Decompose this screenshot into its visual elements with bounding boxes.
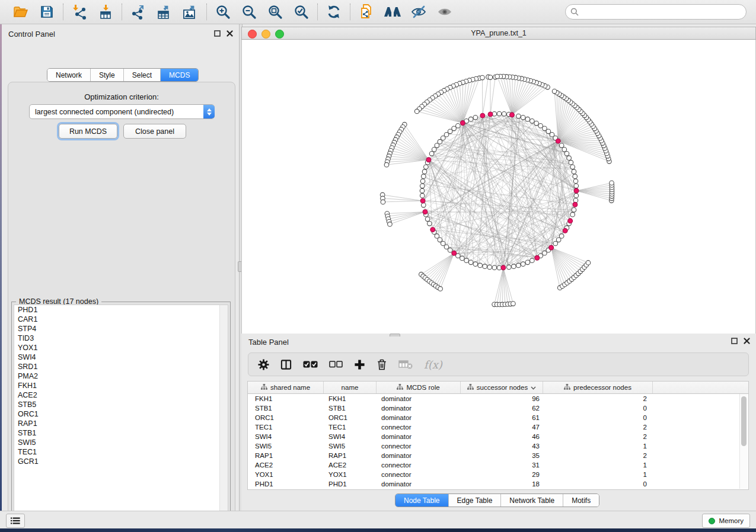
- table-cell[interactable]: dominator: [377, 405, 461, 412]
- table-row[interactable]: TEC1TEC1connector472: [248, 422, 748, 432]
- mcds-result-item[interactable]: TID3: [14, 334, 228, 343]
- run-mcds-button[interactable]: Run MCDS: [59, 124, 117, 139]
- table-scrollbar[interactable]: [739, 394, 748, 489]
- table-cell[interactable]: SWI5: [248, 443, 324, 450]
- table-cell[interactable]: 31: [461, 462, 543, 469]
- table-cell[interactable]: PHD1: [324, 480, 377, 488]
- table-cell[interactable]: dominator: [377, 414, 461, 421]
- mcds-result-item[interactable]: PMA2: [14, 371, 228, 381]
- export-table-icon[interactable]: [155, 4, 173, 20]
- table-cell[interactable]: 0: [543, 480, 653, 488]
- table-cell[interactable]: dominator: [377, 395, 461, 402]
- network-ring-nodes[interactable]: [420, 111, 578, 270]
- zoom-out-icon[interactable]: [240, 4, 258, 20]
- deselect-all-columns-icon[interactable]: [329, 361, 343, 368]
- search-box[interactable]: [565, 4, 747, 20]
- first-neighbors-icon[interactable]: [384, 4, 401, 20]
- table-row[interactable]: PHD1PHD1dominator180: [248, 479, 748, 489]
- table-cell[interactable]: FKH1: [324, 395, 377, 402]
- memory-button[interactable]: Memory: [702, 514, 750, 528]
- network-window-titlebar[interactable]: YPA_prune.txt_1: [241, 27, 756, 40]
- table-cell[interactable]: 1: [543, 462, 653, 469]
- export-network-icon[interactable]: [129, 4, 147, 20]
- criterion-dropdown[interactable]: largest connected component (undirected): [29, 104, 215, 119]
- mcds-result-item[interactable]: RAP1: [14, 419, 228, 428]
- table-row[interactable]: SWI4SWI4dominator462: [248, 432, 748, 441]
- mcds-result-item[interactable]: GCR1: [14, 457, 228, 466]
- mcds-result-item[interactable]: TEC1: [14, 447, 228, 457]
- delete-column-icon[interactable]: [377, 358, 387, 371]
- zoom-selected-icon[interactable]: [292, 4, 310, 20]
- mcds-result-item[interactable]: PHD1: [14, 305, 228, 315]
- tab-node-table[interactable]: Node Table: [395, 494, 448, 507]
- table-cell[interactable]: SWI4: [324, 433, 377, 440]
- table-cell[interactable]: 35: [461, 452, 543, 459]
- table-cell[interactable]: PHD1: [248, 480, 324, 488]
- scrollbar-thumb[interactable]: [741, 396, 747, 446]
- table-cell[interactable]: ACE2: [324, 462, 377, 469]
- table-cell[interactable]: dominator: [377, 480, 461, 488]
- table-cell[interactable]: 18: [461, 480, 543, 488]
- table-cell[interactable]: ACE2: [248, 462, 324, 469]
- tab-style[interactable]: Style: [90, 69, 123, 81]
- mcds-result-item[interactable]: SWI4: [14, 352, 228, 362]
- mcds-result-item[interactable]: SRD1: [14, 362, 228, 371]
- table-row[interactable]: RAP1RAP1dominator352: [248, 451, 748, 460]
- table-cell[interactable]: YOX1: [248, 471, 324, 478]
- close-panel-icon[interactable]: [227, 30, 233, 37]
- table-cell[interactable]: 29: [461, 471, 543, 478]
- network-view[interactable]: [241, 40, 756, 334]
- mcds-result-item[interactable]: SWI5: [14, 438, 228, 447]
- add-column-icon[interactable]: [354, 359, 365, 370]
- save-session-icon[interactable]: [38, 4, 56, 20]
- table-cell[interactable]: 0: [543, 414, 653, 421]
- table-cell[interactable]: YOX1: [324, 471, 377, 478]
- tab-network[interactable]: Network: [47, 69, 90, 81]
- table-row[interactable]: SWI5SWI5connector431: [248, 441, 748, 451]
- tab-select[interactable]: Select: [123, 69, 160, 81]
- toggle-panes-icon[interactable]: [280, 359, 292, 370]
- refresh-icon[interactable]: [325, 4, 343, 20]
- import-table-icon[interactable]: [97, 4, 114, 20]
- table-cell[interactable]: STB1: [248, 405, 324, 412]
- column-header-shared-name[interactable]: shared name: [248, 382, 324, 393]
- table-cell[interactable]: 43: [461, 443, 543, 450]
- import-network-icon[interactable]: [71, 4, 88, 20]
- table-cell[interactable]: SWI5: [324, 443, 377, 450]
- mcds-result-item[interactable]: CAR1: [14, 315, 228, 324]
- table-cell[interactable]: TEC1: [248, 424, 324, 431]
- table-cell[interactable]: 1: [543, 471, 653, 478]
- tab-network-table[interactable]: Network Table: [500, 494, 563, 507]
- table-cell[interactable]: 2: [543, 433, 653, 440]
- table-cell[interactable]: STB1: [324, 405, 377, 412]
- table-cell[interactable]: 46: [461, 433, 543, 440]
- close-panel-icon[interactable]: [744, 338, 750, 344]
- table-cell[interactable]: 47: [461, 424, 543, 431]
- table-row[interactable]: YOX1YOX1connector291: [248, 470, 748, 479]
- table-cell[interactable]: 0: [543, 405, 653, 412]
- mcds-result-item[interactable]: YOX1: [14, 343, 228, 352]
- zoom-fit-icon[interactable]: [266, 4, 284, 20]
- table-cell[interactable]: 2: [543, 424, 653, 431]
- table-cell[interactable]: dominator: [377, 452, 461, 459]
- network-graph[interactable]: [242, 40, 756, 334]
- mcds-result-item[interactable]: STB1: [14, 428, 228, 438]
- table-cell[interactable]: 2: [543, 395, 653, 402]
- zoom-in-icon[interactable]: [214, 4, 232, 20]
- task-history-button[interactable]: [6, 514, 25, 528]
- mcds-result-item[interactable]: STB5: [14, 400, 228, 409]
- table-cell[interactable]: dominator: [377, 433, 461, 440]
- search-input[interactable]: [579, 7, 741, 17]
- table-cell[interactable]: ORC1: [324, 414, 377, 421]
- hide-selected-icon[interactable]: [410, 4, 428, 20]
- show-all-icon[interactable]: [436, 4, 454, 20]
- float-panel-icon[interactable]: [214, 30, 221, 37]
- table-cell[interactable]: RAP1: [248, 452, 324, 459]
- mcds-list-scrollbar[interactable]: [219, 305, 228, 520]
- table-cell[interactable]: 1: [543, 443, 653, 450]
- float-panel-icon[interactable]: [731, 338, 738, 344]
- table-cell[interactable]: connector: [377, 443, 461, 450]
- table-cell[interactable]: 62: [461, 405, 543, 412]
- tab-mcds[interactable]: MCDS: [160, 69, 198, 81]
- column-header-MCDS-role[interactable]: MCDS role: [377, 382, 461, 393]
